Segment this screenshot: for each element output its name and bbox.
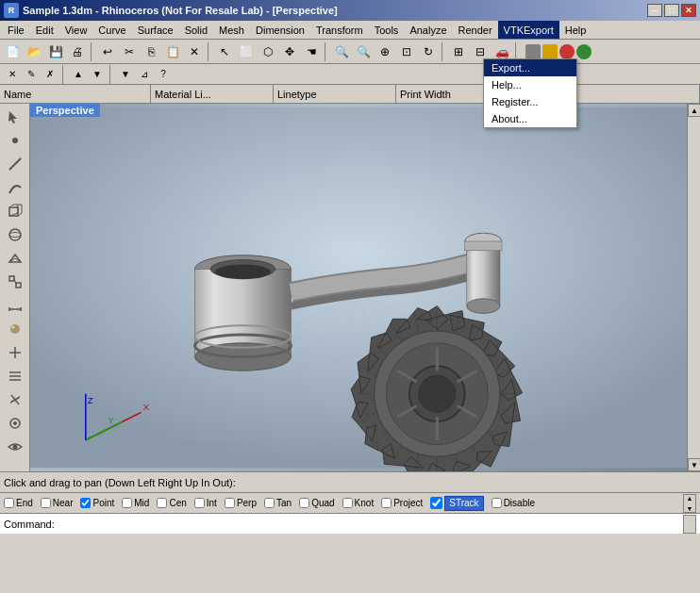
maximize-button[interactable]: □ xyxy=(664,4,679,17)
snap-perp[interactable]: Perp xyxy=(225,498,257,508)
menu-vtkexport[interactable]: VTKExport xyxy=(498,21,559,39)
snap-project-check[interactable] xyxy=(381,498,392,508)
sidebar-layer[interactable] xyxy=(4,365,26,387)
snap-near[interactable]: Near xyxy=(41,498,74,508)
menu-file[interactable]: File xyxy=(2,21,30,39)
sidebar-box[interactable] xyxy=(4,200,26,222)
viewport-canvas[interactable]: Z X Y xyxy=(30,104,687,471)
minimize-button[interactable]: ─ xyxy=(647,4,662,17)
snap-perp-check[interactable] xyxy=(225,498,235,508)
snap-strack[interactable]: STrack xyxy=(430,496,483,511)
scroll-up[interactable]: ▲ xyxy=(688,104,700,117)
copy-button[interactable]: ⎘ xyxy=(141,41,161,62)
lasso-button[interactable]: ⬡ xyxy=(258,41,278,62)
sidebar-render[interactable] xyxy=(4,318,26,340)
snap-cen-check[interactable] xyxy=(157,498,167,508)
move-button[interactable]: ✥ xyxy=(279,41,300,62)
viewport-area[interactable]: Perspective xyxy=(30,104,687,471)
mini-scrollbar[interactable]: ▲ ▼ xyxy=(683,494,696,513)
cut-button[interactable]: ✂ xyxy=(119,41,140,62)
window-controls[interactable]: ─ □ ✕ xyxy=(647,4,696,17)
close-button[interactable]: ✕ xyxy=(681,4,696,17)
menu-view[interactable]: View xyxy=(59,21,93,39)
window-select[interactable]: ⬜ xyxy=(236,41,257,62)
scroll-track[interactable] xyxy=(688,117,700,458)
command-input[interactable] xyxy=(55,519,681,530)
open-button[interactable]: 📂 xyxy=(24,41,44,62)
menu-surface[interactable]: Surface xyxy=(132,21,179,39)
funnel-icon[interactable]: ⊿ xyxy=(136,66,153,83)
help-small[interactable]: ? xyxy=(155,66,172,83)
sidebar-mesh[interactable] xyxy=(4,247,26,270)
vtk-register-item[interactable]: Register... xyxy=(484,93,576,110)
snap-end[interactable]: End xyxy=(4,498,33,508)
zoom-window[interactable]: ⊡ xyxy=(396,41,417,62)
snap-disable[interactable]: Disable xyxy=(492,498,535,508)
sidebar-dimension[interactable] xyxy=(4,294,26,317)
sidebar-select[interactable] xyxy=(4,106,26,128)
snap-point-check[interactable] xyxy=(80,498,91,508)
snap-tan[interactable]: Tan xyxy=(264,498,292,508)
close-small[interactable]: ✕ xyxy=(4,66,21,83)
snap-project[interactable]: Project xyxy=(381,498,423,508)
menu-help[interactable]: Help xyxy=(559,21,592,39)
select-button[interactable]: ↖ xyxy=(214,41,235,62)
zoom-in[interactable]: 🔍 xyxy=(331,41,352,62)
pan-button[interactable]: ☚ xyxy=(301,41,322,62)
zoom-extents[interactable]: ⊕ xyxy=(375,41,395,62)
snap-quad-check[interactable] xyxy=(299,498,309,508)
menu-curve[interactable]: Curve xyxy=(92,21,131,39)
snap-near-check[interactable] xyxy=(41,498,51,508)
snap-tan-check[interactable] xyxy=(264,498,275,508)
sidebar-transform[interactable] xyxy=(4,271,26,293)
sidebar-view[interactable] xyxy=(4,436,26,458)
save-button[interactable]: 💾 xyxy=(45,41,66,62)
edit-small[interactable]: ✎ xyxy=(23,66,40,83)
sidebar-snap[interactable] xyxy=(4,412,26,435)
vtk-about-item[interactable]: About... xyxy=(484,110,576,127)
snap-strack-check[interactable] xyxy=(430,497,442,509)
snap-knot[interactable]: Knot xyxy=(342,498,375,508)
scroll-down[interactable]: ▼ xyxy=(688,458,700,471)
rotate-view[interactable]: ↻ xyxy=(418,41,439,62)
menu-solid[interactable]: Solid xyxy=(179,21,213,39)
scrollbar-vertical[interactable]: ▲ ▼ xyxy=(687,104,700,471)
snap-knot-check[interactable] xyxy=(342,498,353,508)
menu-transform[interactable]: Transform xyxy=(310,21,369,39)
menu-dimension[interactable]: Dimension xyxy=(250,21,310,39)
strack-button[interactable]: STrack xyxy=(444,496,483,511)
sidebar-curve[interactable] xyxy=(4,176,26,199)
snap-end-check[interactable] xyxy=(4,498,14,508)
vtk-export-item[interactable]: Export... xyxy=(484,59,576,76)
sidebar-sphere[interactable] xyxy=(4,223,26,246)
snap-point[interactable]: Point xyxy=(80,498,114,508)
sidebar-point[interactable] xyxy=(4,129,26,152)
snap-int[interactable]: Int xyxy=(194,498,217,508)
menu-mesh[interactable]: Mesh xyxy=(213,21,250,39)
sidebar-analyze[interactable] xyxy=(4,341,26,364)
snap-disable-check[interactable] xyxy=(492,498,502,508)
menu-tools[interactable]: Tools xyxy=(369,21,405,39)
delete-button[interactable]: ✕ xyxy=(184,41,205,62)
x-btn[interactable]: ✗ xyxy=(42,66,58,83)
sidebar-line[interactable] xyxy=(4,153,26,175)
paste-button[interactable]: 📋 xyxy=(162,41,183,62)
snap-quad[interactable]: Quad xyxy=(299,498,334,508)
menu-edit[interactable]: Edit xyxy=(30,21,59,39)
down-arrow[interactable]: ▼ xyxy=(89,66,106,83)
command-scroll[interactable] xyxy=(683,515,696,534)
new-button[interactable]: 📄 xyxy=(2,41,23,62)
sidebar-explode[interactable] xyxy=(4,388,26,411)
snap-mid[interactable]: Mid xyxy=(122,498,149,508)
menu-analyze[interactable]: Analyze xyxy=(404,21,452,39)
snap-int-check[interactable] xyxy=(194,498,205,508)
up-arrow[interactable]: ▲ xyxy=(70,66,87,83)
vtk-help-item[interactable]: Help... xyxy=(484,76,576,93)
print-button[interactable]: 🖨 xyxy=(67,41,88,62)
grid-toggle[interactable]: ⊞ xyxy=(448,41,469,62)
undo-button[interactable]: ↩ xyxy=(97,41,118,62)
zoom-out[interactable]: 🔍 xyxy=(353,41,374,62)
menu-render[interactable]: Render xyxy=(453,21,498,39)
snap-mid-check[interactable] xyxy=(122,498,132,508)
snap-cen[interactable]: Cen xyxy=(157,498,186,508)
